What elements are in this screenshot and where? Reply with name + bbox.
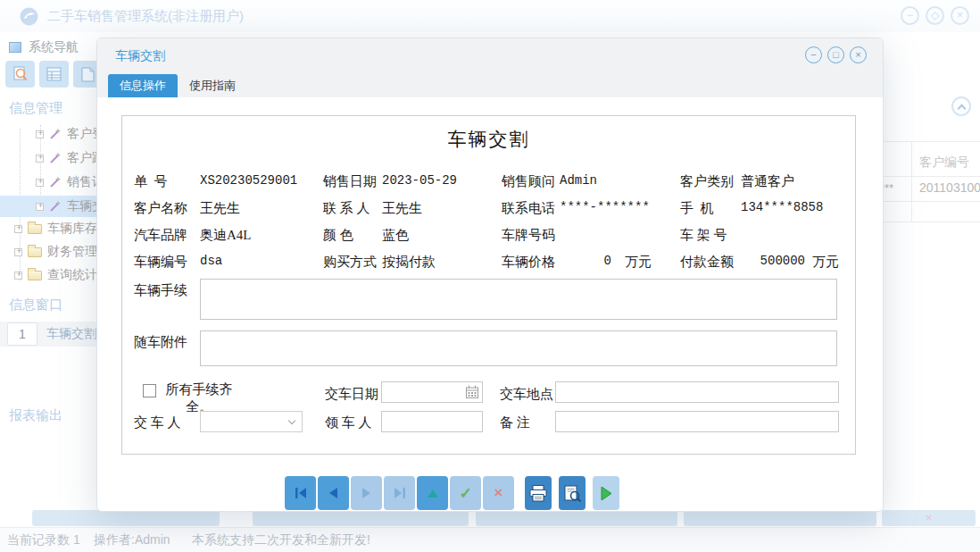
statusbar: 当前记录数 1 操作者:Admin 本系统支持二次开发和全新开发! bbox=[0, 527, 980, 552]
next-record-button[interactable] bbox=[351, 476, 382, 510]
chevron-up-icon bbox=[958, 105, 967, 113]
procedures-label: 车辆手续 bbox=[134, 282, 187, 299]
dialog-restore-icon[interactable]: □ bbox=[827, 46, 844, 63]
customer-type-label: 客户类别 bbox=[680, 173, 734, 190]
pay-method-value: 按揭付款 bbox=[382, 254, 436, 271]
expand-plus-icon[interactable] bbox=[14, 225, 22, 233]
sidebar-item-finance[interactable]: 财务管理 bbox=[0, 241, 104, 263]
last-record-button[interactable] bbox=[384, 476, 415, 510]
delivery-place-label: 交车地点 bbox=[500, 386, 553, 403]
folder-icon bbox=[28, 224, 42, 234]
all-procedures-checkbox[interactable] bbox=[143, 384, 156, 397]
attachments-textarea[interactable] bbox=[200, 330, 837, 366]
background-button[interactable] bbox=[32, 510, 220, 526]
contact-value: 王先生 bbox=[382, 200, 422, 217]
procedures-textarea[interactable] bbox=[200, 279, 837, 320]
background-button[interactable] bbox=[684, 510, 876, 526]
system-nav-header: 系统导航 bbox=[9, 39, 79, 55]
sidebar-item-customer-follow[interactable]: 客户跟 bbox=[0, 147, 104, 169]
receiver-input[interactable] bbox=[381, 411, 483, 432]
first-record-icon bbox=[295, 488, 307, 498]
wand-icon bbox=[49, 176, 62, 188]
info-window-tab-row: 1 车辆交割 bbox=[0, 322, 104, 347]
last-record-icon bbox=[394, 488, 406, 498]
dialog-minimize-icon[interactable]: − bbox=[805, 46, 822, 63]
tab-user-guide[interactable]: 使用指南 bbox=[178, 74, 247, 97]
printer-icon bbox=[529, 485, 547, 502]
sidebar-item-sales-order[interactable]: 销售订 bbox=[0, 171, 104, 193]
sidebar-item-vehicle-stock[interactable]: 车辆库存 bbox=[0, 218, 104, 239]
sidebar-item-vehicle-delivery[interactable]: 车辆交 bbox=[0, 196, 104, 217]
background-button[interactable] bbox=[476, 510, 677, 526]
advisor-label: 销售顾问 bbox=[502, 173, 555, 190]
play-icon bbox=[601, 487, 612, 500]
prev-record-button[interactable] bbox=[318, 476, 349, 510]
background-close-button[interactable]: × bbox=[882, 510, 976, 526]
info-window-tab-label[interactable]: 车辆交割 bbox=[46, 326, 96, 342]
app-title: 二手车销售管理系统(非注册用户) bbox=[47, 8, 244, 25]
sidebar-grid-button[interactable] bbox=[39, 61, 69, 88]
maximize-icon[interactable]: ◇ bbox=[926, 6, 944, 25]
vehicle-delivery-dialog: 车辆交割 − □ × 信息操作 使用指南 车辆交割 单 号 XS20230529… bbox=[96, 38, 884, 512]
delivery-date-input[interactable] bbox=[381, 381, 483, 403]
delivery-form: 车辆交割 单 号 XS20230529001 销售日期 2023-05-29 销… bbox=[121, 115, 856, 455]
expand-plus-icon[interactable] bbox=[36, 179, 44, 187]
customer-name-label: 客户名称 bbox=[134, 200, 187, 217]
sidebar-item-query-stats[interactable]: 查询统计 bbox=[0, 264, 104, 286]
contact-label: 联 系 人 bbox=[323, 200, 370, 217]
window-controls: − ◇ × bbox=[901, 6, 969, 25]
sidebar: 系统导航 信息管理 客户登 bbox=[0, 32, 104, 527]
tree-item-label: 查询统计 bbox=[47, 267, 97, 283]
tree-item-label: 车辆库存 bbox=[47, 221, 97, 237]
column-header-customer-no: 客户编号 bbox=[919, 155, 969, 171]
price-unit: 万元 bbox=[625, 254, 652, 271]
prev-record-icon bbox=[328, 488, 338, 498]
cancel-button[interactable]: × bbox=[483, 476, 514, 510]
dialog-tabs: 信息操作 使用指南 bbox=[108, 74, 247, 97]
vin-label: 车 架 号 bbox=[680, 227, 727, 244]
sidebar-item-customer-register[interactable]: 客户登 bbox=[0, 123, 104, 145]
deliverer-select[interactable] bbox=[200, 411, 303, 432]
vehicle-no-label: 车辆编号 bbox=[134, 254, 187, 271]
grid-icon bbox=[46, 67, 62, 81]
document-icon bbox=[81, 67, 95, 82]
form-row-1: 单 号 XS20230529001 销售日期 2023-05-29 销售顾问 A… bbox=[122, 173, 855, 193]
expand-plus-icon[interactable] bbox=[36, 155, 44, 163]
expand-plus-icon[interactable] bbox=[14, 248, 22, 256]
next-record-icon bbox=[361, 488, 371, 498]
print-button[interactable] bbox=[525, 476, 552, 510]
calendar-icon bbox=[465, 385, 479, 399]
expand-plus-icon[interactable] bbox=[36, 130, 44, 138]
color-label: 颜 色 bbox=[323, 227, 353, 244]
brand-label: 汽车品牌 bbox=[134, 227, 187, 244]
expand-plus-icon[interactable] bbox=[14, 272, 22, 280]
form-row-4: 车辆编号 dsa 购买方式 按揭付款 车辆价格 0 万元 付款金额 500000… bbox=[122, 254, 855, 273]
first-record-button[interactable] bbox=[285, 476, 316, 510]
form-row-2: 客户名称 王先生 联 系 人 王先生 联系电话 ****-******* 手 机… bbox=[122, 200, 855, 220]
minimize-icon[interactable]: − bbox=[901, 6, 919, 25]
sidebar-search-button[interactable] bbox=[5, 61, 35, 88]
delivery-place-input[interactable] bbox=[555, 381, 839, 403]
amount-label: 付款金额 bbox=[680, 254, 734, 271]
tab-info-operation[interactable]: 信息操作 bbox=[108, 74, 178, 97]
mobile-label: 手 机 bbox=[680, 200, 714, 217]
window-icon bbox=[9, 42, 21, 53]
edit-record-button[interactable] bbox=[417, 476, 448, 510]
close-icon[interactable]: × bbox=[951, 6, 969, 25]
expand-plus-icon[interactable] bbox=[36, 203, 44, 211]
preview-button[interactable] bbox=[559, 476, 586, 510]
section-info-window: 信息窗口 bbox=[9, 297, 62, 314]
info-window-tab-index[interactable]: 1 bbox=[7, 322, 37, 346]
pay-method-label: 购买方式 bbox=[323, 254, 377, 271]
wand-icon bbox=[49, 128, 62, 140]
status-message: 本系统支持二次开发和全新开发! bbox=[192, 528, 370, 552]
app-titlebar: 二手车销售管理系统(非注册用户) − ◇ × bbox=[0, 0, 980, 32]
run-button[interactable] bbox=[593, 476, 619, 510]
confirm-button[interactable]: ✓ bbox=[450, 476, 481, 510]
background-button[interactable] bbox=[253, 510, 469, 526]
collapse-panel-button[interactable] bbox=[951, 96, 971, 116]
remark-input[interactable] bbox=[555, 411, 839, 432]
section-info-management: 信息管理 bbox=[9, 100, 62, 117]
receiver-label: 领 车 人 bbox=[325, 414, 372, 431]
dialog-close-icon[interactable]: × bbox=[850, 46, 867, 63]
